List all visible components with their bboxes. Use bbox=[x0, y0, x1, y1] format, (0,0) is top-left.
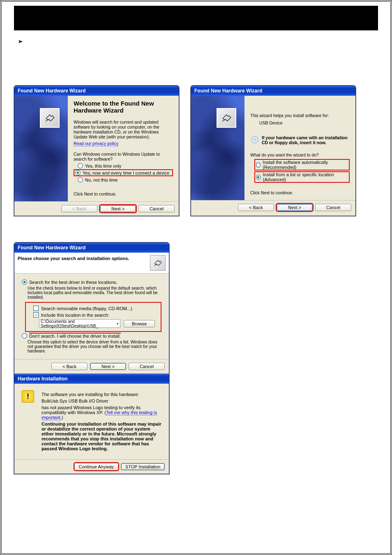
wizard-sidebar-image bbox=[14, 96, 68, 201]
dialog3-back-button[interactable]: < Back bbox=[51, 363, 88, 370]
hardware-device-icon bbox=[217, 108, 236, 128]
dialog3-header-text: Please choose your search and installati… bbox=[18, 255, 150, 261]
dialog1-continue: Click Next to continue. bbox=[74, 191, 173, 196]
radio-no-not-this-time-label: No, not this time bbox=[85, 177, 118, 182]
bullet-row: ➤ bbox=[18, 39, 374, 44]
radio-yes-this-time[interactable] bbox=[78, 163, 83, 168]
radio-install-list[interactable] bbox=[256, 175, 261, 180]
dialog2-device: USB Device bbox=[259, 120, 350, 125]
dialog2-title: Found New Hardware Wizard bbox=[191, 86, 355, 96]
dialog1-desc: Windows will search for current and upda… bbox=[74, 120, 173, 139]
dialog2-next-button[interactable]: Next > bbox=[277, 204, 313, 211]
radio-dont-search-label: Don't search. I will choose the driver t… bbox=[29, 333, 121, 339]
dialog1-question: Can Windows connect to Windows Update to… bbox=[74, 152, 173, 161]
dialog3-cancel-button[interactable]: Cancel bbox=[129, 363, 165, 370]
dialog2-helps: This wizard helps you install software f… bbox=[250, 113, 350, 118]
dialog4-l4: Continuing your installation of this sof… bbox=[42, 421, 161, 451]
checkbox-include-location-label: Include this location in the search: bbox=[41, 313, 109, 318]
chevron-down-icon: ▾ bbox=[117, 322, 119, 326]
dialog1-heading: Welcome to the Found New Hardware Wizard bbox=[74, 100, 173, 114]
wizard-sidebar-image bbox=[191, 96, 244, 200]
arrow-bullet-icon: ➤ bbox=[18, 39, 23, 44]
path-dropdown[interactable]: C:\Documents and Settings\915test\Deskto… bbox=[39, 319, 120, 328]
dialog4-l1: The software you are installing for this… bbox=[42, 392, 161, 397]
privacy-link[interactable]: Read our privacy policy bbox=[74, 141, 118, 146]
svg-point-1 bbox=[254, 139, 256, 141]
dialog3-title: Found New Hardware Wizard bbox=[14, 243, 169, 253]
radio-install-auto-label: Install the software automatically (Reco… bbox=[263, 160, 348, 170]
dialog2-cancel-button[interactable]: Cancel bbox=[315, 204, 351, 211]
hardware-installation-dialog: Hardware Installation ! The software you… bbox=[14, 374, 169, 474]
radio-install-list-label: Install from a list or specific location… bbox=[263, 172, 348, 182]
found-new-hardware-dialog-2: Found New Hardware Wizard This wizard he… bbox=[191, 85, 356, 216]
radio-no-not-this-time[interactable] bbox=[78, 177, 83, 182]
dialog3-next-button[interactable]: Next > bbox=[90, 363, 126, 370]
dialog4-l2: BulkUsb.Sys USB Bulk I/O Driver bbox=[42, 398, 161, 403]
warning-icon: ! bbox=[22, 390, 34, 403]
radio-install-auto[interactable] bbox=[256, 162, 261, 168]
radio-search-best-label: Search for the best driver in these loca… bbox=[29, 280, 118, 285]
checkbox-removable-media-label: Search removable media (floppy, CD-ROM..… bbox=[41, 306, 132, 311]
browse-button[interactable]: Browse bbox=[124, 320, 155, 327]
stop-installation-button[interactable]: STOP Installation bbox=[121, 463, 165, 470]
radio-yes-this-time-label: Yes, this time only bbox=[85, 164, 121, 168]
hardware-device-icon bbox=[150, 255, 166, 271]
checkbox-removable-media[interactable]: ✓ bbox=[33, 306, 39, 311]
radio-search-best[interactable] bbox=[22, 279, 27, 285]
found-new-hardware-dialog-1: Found New Hardware Wizard Welcome to the… bbox=[14, 85, 179, 216]
dialog1-title: Found New Hardware Wizard bbox=[14, 86, 179, 96]
found-new-hardware-dialog-3: Found New Hardware Wizard Please choose … bbox=[14, 242, 169, 374]
radio-yes-every-time-label: Yes, now and every time I connect a devi… bbox=[83, 170, 169, 175]
dialog4-l3b: ) bbox=[62, 415, 63, 420]
radio-yes-every-time[interactable] bbox=[75, 170, 81, 175]
radio-dont-search[interactable] bbox=[22, 333, 27, 339]
dialog1-back-button[interactable]: < Back bbox=[61, 205, 97, 212]
cdrom-icon bbox=[250, 135, 259, 144]
dialog4-title: Hardware Installation bbox=[14, 374, 169, 384]
checkbox-include-location[interactable]: ✓ bbox=[33, 312, 39, 318]
dialog3-help2: Choose this option to select the device … bbox=[28, 340, 159, 353]
dialog1-cancel-button[interactable]: Cancel bbox=[138, 205, 175, 212]
path-dropdown-value: C:\Documents and Settings\915test\Deskto… bbox=[41, 319, 117, 328]
dialog2-question: What do you want the wizard to do? bbox=[250, 152, 350, 157]
continue-anyway-button[interactable]: Continue Anyway bbox=[74, 463, 118, 470]
dialog3-help1: Use the check boxes below to limit or ex… bbox=[28, 286, 159, 299]
dialog2-cdnote: If your hardware came with an installati… bbox=[262, 135, 350, 145]
hardware-device-icon bbox=[40, 108, 60, 128]
header-black-bar bbox=[14, 6, 378, 30]
dialog2-continue: Click Next to continue. bbox=[250, 190, 350, 195]
dialog1-next-button[interactable]: Next > bbox=[100, 205, 136, 212]
dialog2-back-button[interactable]: < Back bbox=[238, 204, 274, 211]
